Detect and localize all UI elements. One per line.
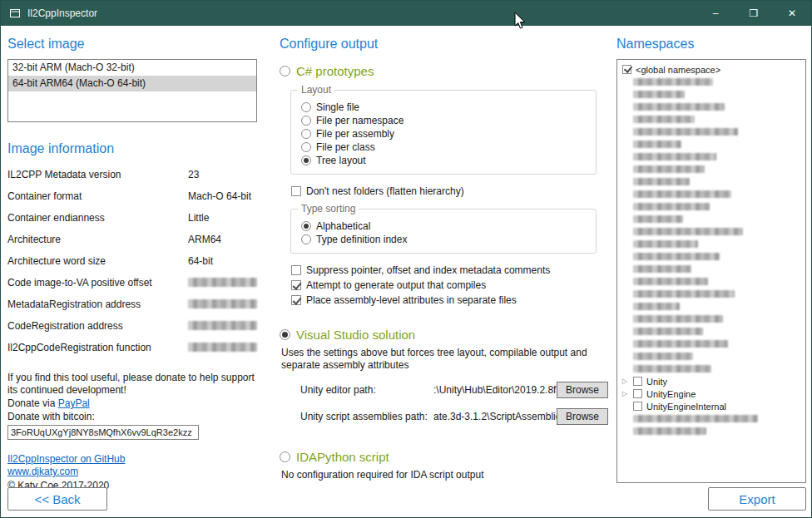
main-content: Select image 32-bit ARM (Mach-O 32-bit)6…: [1, 26, 812, 518]
redacted-namespace-text: [633, 290, 735, 298]
namespace-item[interactable]: [617, 175, 805, 188]
namespace-item[interactable]: [617, 300, 805, 313]
maximize-button[interactable]: ❒: [735, 1, 773, 26]
flatten-checkbox[interactable]: Don't nest folders (flatten hierarchy): [291, 185, 608, 197]
radio-vs-solution[interactable]: Visual Studio solution: [280, 328, 608, 342]
browse-editor-path-button[interactable]: Browse: [557, 382, 608, 398]
namespace-item[interactable]: ▷UnityEngine: [617, 387, 805, 400]
namespace-item[interactable]: [617, 412, 805, 425]
image-list[interactable]: 32-bit ARM (Mach-O 32-bit)64-bit ARM64 (…: [7, 59, 257, 122]
namespace-item[interactable]: [617, 325, 805, 338]
namespace-item[interactable]: [617, 101, 805, 113]
radio-icon: [301, 129, 311, 139]
website-link[interactable]: www.djkaty.com: [7, 466, 257, 478]
redacted-namespace-text: [633, 165, 705, 173]
info-key: Container endianness: [7, 212, 188, 224]
namespace-item[interactable]: [617, 350, 805, 363]
extra-checkboxes: Suppress pointer, offset and index metad…: [291, 264, 608, 306]
namespace-item[interactable]: ▷Unity: [617, 375, 805, 387]
redacted-namespace-text: [633, 253, 720, 260]
back-button[interactable]: << Back: [7, 487, 107, 511]
paypal-link[interactable]: PayPal: [58, 397, 90, 409]
redacted-namespace-text: [633, 340, 728, 348]
output-option-checkbox[interactable]: Attempt to generate output that compiles: [291, 279, 608, 291]
namespace-label: <global namespace>: [636, 65, 720, 75]
info-row: Architecture word size64-bit: [7, 255, 257, 277]
namespace-checkbox-icon[interactable]: [622, 65, 631, 74]
namespace-item[interactable]: [617, 126, 805, 138]
redacted-namespace-text: [633, 103, 725, 111]
checkbox-icon: [291, 186, 301, 196]
app-window: Il2CppInspector – ❒ ✕ Select image 32-bi…: [0, 0, 812, 518]
layout-option[interactable]: File per assembly: [301, 127, 596, 141]
browse-script-assemblies-button[interactable]: Browse: [557, 408, 608, 425]
redacted-namespace-text: [633, 153, 716, 160]
namespace-item[interactable]: [617, 263, 805, 275]
github-link[interactable]: Il2CppInspector on GitHub: [7, 453, 257, 466]
close-button[interactable]: ✕: [773, 1, 811, 26]
namespace-item[interactable]: [617, 138, 805, 150]
window-title: Il2CppInspector: [27, 7, 97, 19]
namespace-item[interactable]: [617, 163, 805, 175]
expander-icon[interactable]: ▷: [622, 375, 633, 387]
namespace-item[interactable]: <global namespace>: [617, 63, 805, 76]
radio-csharp-prototypes[interactable]: C# prototypes: [280, 64, 608, 78]
info-key: Architecture word size: [7, 255, 188, 267]
type-sorting-option[interactable]: Alphabetical: [301, 220, 596, 233]
layout-option[interactable]: Single file: [301, 101, 596, 114]
namespace-item[interactable]: [617, 338, 805, 350]
namespace-item[interactable]: [617, 150, 805, 163]
layout-option[interactable]: File per class: [301, 141, 596, 154]
namespace-checkbox-icon[interactable]: [633, 402, 642, 411]
namespace-label: Unity: [646, 377, 667, 387]
namespace-item[interactable]: [617, 88, 805, 101]
namespace-item[interactable]: [617, 113, 805, 126]
bitcoin-address-input[interactable]: [7, 425, 199, 440]
minimize-button[interactable]: –: [696, 1, 735, 26]
redacted-namespace-text: [633, 91, 685, 98]
namespace-item[interactable]: [617, 238, 805, 250]
namespace-item[interactable]: [617, 250, 805, 263]
namespace-item[interactable]: [617, 225, 805, 238]
info-value: 64-bit: [188, 255, 257, 267]
output-option-checkbox[interactable]: Place assembly-level attributes in separ…: [291, 294, 608, 306]
namespace-item[interactable]: [617, 288, 805, 300]
redacted-namespace-text: [633, 203, 710, 210]
namespace-item[interactable]: [617, 425, 805, 437]
option-label: Tree layout: [316, 155, 366, 166]
radio-idapython[interactable]: IDAPython script: [280, 450, 608, 464]
checkbox-icon: [291, 280, 301, 290]
radio-icon: [301, 142, 311, 152]
expander-icon[interactable]: ▷: [622, 387, 633, 400]
unity-script-assemblies-value: ate.3d-3.1.2\ScriptAssemblies: [433, 411, 557, 422]
csharp-prototypes-label: C# prototypes: [296, 64, 374, 78]
checkbox-icon: [291, 295, 301, 305]
type-sorting-group-label: Type sorting: [298, 203, 359, 215]
namespace-checkbox-icon[interactable]: [633, 389, 642, 398]
redacted-namespace-text: [633, 228, 743, 235]
image-list-item[interactable]: 32-bit ARM (Mach-O 32-bit): [8, 60, 256, 76]
namespace-item[interactable]: UnityEngineInternal: [617, 400, 805, 412]
namespace-item[interactable]: [617, 363, 805, 375]
image-list-item[interactable]: 64-bit ARM64 (Mach-O 64-bit): [8, 76, 256, 91]
redacted-namespace-text: [633, 265, 691, 273]
layout-option[interactable]: Tree layout: [301, 154, 596, 167]
namespace-item[interactable]: [617, 76, 805, 88]
namespace-item[interactable]: [617, 313, 805, 325]
output-option-checkbox[interactable]: Suppress pointer, offset and index metad…: [291, 264, 608, 276]
namespace-item[interactable]: [617, 275, 805, 288]
donate-bitcoin-label: Donate with bitcoin:: [7, 411, 257, 423]
radio-icon: [280, 66, 290, 76]
namespace-list[interactable]: <global namespace>▷Unity▷UnityEngineUnit…: [616, 59, 806, 483]
layout-option[interactable]: File per namespace: [301, 114, 596, 127]
export-button[interactable]: Export: [708, 487, 806, 511]
namespace-checkbox-icon[interactable]: [633, 377, 642, 386]
info-value: Mach-O 64-bit: [188, 190, 257, 202]
namespace-item[interactable]: [617, 188, 805, 200]
option-label: Alphabetical: [316, 220, 370, 232]
namespace-item[interactable]: [617, 213, 805, 225]
ida-description: No configuration required for IDA script…: [281, 469, 607, 481]
redacted-namespace-text: [633, 353, 693, 360]
namespace-item[interactable]: [617, 200, 805, 213]
type-sorting-option[interactable]: Type definition index: [301, 233, 596, 246]
